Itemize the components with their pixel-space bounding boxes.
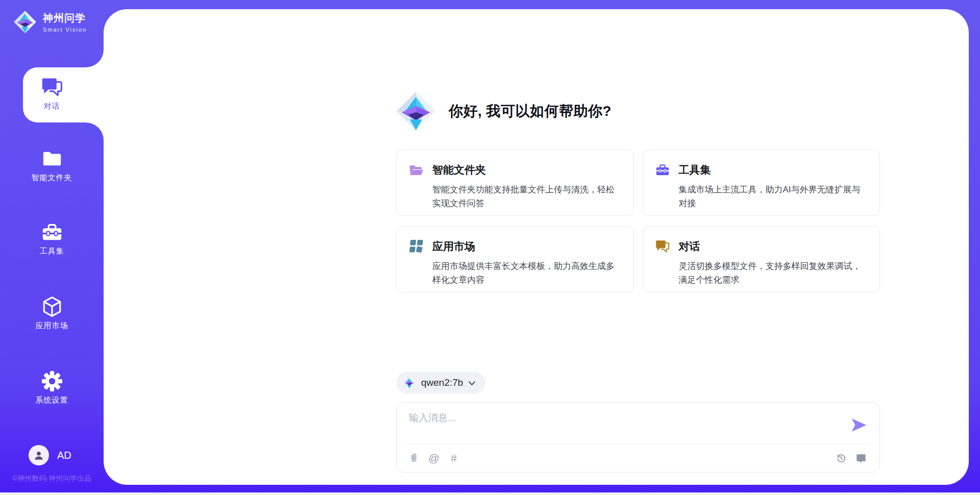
message-input[interactable] — [409, 411, 843, 440]
person-icon — [33, 450, 44, 461]
card-smart-folder[interactable]: 智能文件夹 智能文件夹功能支持批量文件上传与清洗，轻松实现文件问答 — [396, 150, 634, 216]
card-toolset[interactable]: 工具集 集成市场上主流工具，助力AI与外界无缝扩展与对接 — [643, 150, 880, 216]
sidebar: 神州问学 Smart Vision 对话 智能文件夹 工具集 — [0, 0, 104, 495]
horizontal-scrollbar[interactable] — [0, 492, 980, 495]
card-title: 对话 — [679, 239, 700, 254]
grid-icon — [409, 239, 423, 254]
main-panel: 你好, 我可以如何帮助你? 智能文件夹 智能文件夹功能支持批量文件上传与清洗，轻… — [104, 9, 969, 485]
toolbox-icon — [41, 221, 63, 243]
chevron-down-icon — [469, 381, 475, 386]
gear-icon — [41, 370, 63, 392]
greeting: 你好, 我可以如何帮助你? — [396, 91, 611, 132]
brand-subtitle: Smart Vision — [43, 27, 87, 33]
assistant-logo-icon — [396, 91, 436, 132]
sidebar-item-label: 智能文件夹 — [32, 173, 72, 183]
active-nav-fillet-bottom — [86, 122, 104, 140]
paperclip-icon — [408, 453, 420, 464]
sidebar-item-label: 工具集 — [40, 246, 64, 256]
card-app-market[interactable]: 应用市场 应用市场提供丰富长文本模板，助力高效生成多样化文章内容 — [396, 226, 634, 292]
card-title: 应用市场 — [432, 239, 475, 254]
model-selector[interactable]: qwen2:7b — [396, 372, 485, 393]
brand-logo-icon — [13, 10, 37, 34]
card-description: 集成市场上主流工具，助力AI与外界无缝扩展与对接 — [679, 183, 868, 210]
send-button[interactable] — [850, 416, 868, 434]
card-description: 应用市场提供丰富长文本模板，助力高效生成多样化文章内容 — [432, 259, 621, 287]
shortcut-cards: 智能文件夹 智能文件夹功能支持批量文件上传与清洗，轻松实现文件问答 工具集 集成… — [396, 150, 880, 292]
attach-file-button[interactable] — [408, 452, 420, 464]
sidebar-item-chat[interactable]: 对话 — [0, 77, 104, 111]
composer-divider — [405, 444, 871, 444]
history-icon — [836, 453, 847, 464]
send-icon — [850, 416, 868, 434]
sidebar-item-label: 应用市场 — [36, 321, 68, 331]
model-logo-icon — [403, 377, 415, 389]
message-composer: @ # — [396, 402, 880, 473]
greeting-text: 你好, 我可以如何帮助你? — [449, 102, 611, 121]
sidebar-item-toolset[interactable]: 工具集 — [0, 221, 104, 256]
chat-bubbles-icon — [41, 77, 63, 98]
sidebar-item-settings[interactable]: 系统设置 — [0, 370, 104, 405]
card-description: 灵活切换多模型文件，支持多样回复效果调试，满足个性化需求 — [679, 259, 868, 287]
folder-icon — [41, 148, 63, 169]
mention-button[interactable]: @ — [428, 452, 440, 464]
topic-button[interactable]: # — [448, 452, 460, 464]
comment-icon — [855, 453, 867, 464]
toolbox-icon — [655, 163, 670, 177]
sidebar-item-app-market[interactable]: 应用市场 — [0, 296, 104, 331]
card-description: 智能文件夹功能支持批量文件上传与清洗，轻松实现文件问答 — [432, 183, 621, 210]
cube-icon — [41, 296, 63, 317]
card-chat[interactable]: 对话 灵活切换多模型文件，支持多样回复效果调试，满足个性化需求 — [643, 226, 880, 292]
sidebar-item-label: 系统设置 — [36, 395, 68, 405]
user-name: AD — [57, 450, 71, 461]
brand: 神州问学 Smart Vision — [13, 10, 87, 34]
folder-open-icon — [409, 163, 423, 177]
model-name: qwen2:7b — [421, 377, 463, 388]
history-button[interactable] — [835, 452, 847, 464]
feedback-button[interactable] — [855, 452, 867, 464]
card-title: 工具集 — [679, 163, 711, 177]
brand-name: 神州问学 — [43, 11, 87, 25]
sidebar-item-label: 对话 — [44, 102, 60, 111]
copyright-footer: ©神州数码·神州问学出品 — [0, 474, 104, 483]
chat-bubbles-icon — [655, 239, 670, 254]
user-account[interactable]: AD — [29, 445, 71, 465]
sidebar-item-smart-folder[interactable]: 智能文件夹 — [0, 148, 104, 183]
active-nav-fillet-top — [86, 50, 104, 67]
avatar — [29, 445, 49, 465]
card-title: 智能文件夹 — [432, 163, 486, 177]
